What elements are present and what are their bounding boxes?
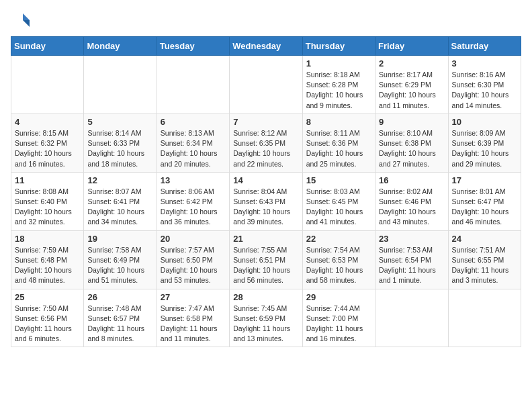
day-number: 17 [452,175,517,185]
day-number: 19 [87,234,152,244]
calendar-cell: 22Sunrise: 7:54 AM Sunset: 6:53 PM Dayli… [302,230,375,289]
day-info: Sunrise: 8:06 AM Sunset: 6:42 PM Dayligh… [161,187,226,228]
calendar-cell: 9Sunrise: 8:10 AM Sunset: 6:38 PM Daylig… [375,113,448,172]
day-number: 2 [379,58,444,68]
calendar-cell: 18Sunrise: 7:59 AM Sunset: 6:48 PM Dayli… [11,230,84,289]
day-info: Sunrise: 8:14 AM Sunset: 6:33 PM Dayligh… [87,128,152,169]
day-info: Sunrise: 8:16 AM Sunset: 6:30 PM Dayligh… [452,70,517,111]
calendar-cell: 29Sunrise: 7:44 AM Sunset: 7:00 PM Dayli… [302,289,375,347]
calendar-cell: 14Sunrise: 8:04 AM Sunset: 6:43 PM Dayli… [230,172,302,230]
calendar-cell: 20Sunrise: 7:57 AM Sunset: 6:50 PM Dayli… [157,230,229,289]
day-info: Sunrise: 8:18 AM Sunset: 6:28 PM Dayligh… [306,70,371,111]
day-number: 9 [379,117,444,127]
day-number: 26 [87,292,152,302]
day-info: Sunrise: 7:58 AM Sunset: 6:49 PM Dayligh… [87,245,152,286]
calendar-cell: 3Sunrise: 8:16 AM Sunset: 6:30 PM Daylig… [448,56,521,114]
calendar-cell: 23Sunrise: 7:53 AM Sunset: 6:54 PM Dayli… [375,230,448,289]
day-info: Sunrise: 8:02 AM Sunset: 6:46 PM Dayligh… [379,187,444,228]
day-info: Sunrise: 7:45 AM Sunset: 6:59 PM Dayligh… [233,304,298,345]
day-info: Sunrise: 7:59 AM Sunset: 6:48 PM Dayligh… [15,245,80,286]
day-number: 12 [87,175,152,185]
day-number: 23 [379,234,444,244]
day-number: 3 [452,58,517,68]
day-info: Sunrise: 8:07 AM Sunset: 6:41 PM Dayligh… [87,187,152,228]
day-info: Sunrise: 8:09 AM Sunset: 6:39 PM Dayligh… [452,128,517,169]
day-info: Sunrise: 7:54 AM Sunset: 6:53 PM Dayligh… [306,245,371,286]
day-info: Sunrise: 8:13 AM Sunset: 6:34 PM Dayligh… [161,128,226,169]
calendar-cell [230,56,302,114]
week-row-1: 4Sunrise: 8:15 AM Sunset: 6:32 PM Daylig… [11,113,521,172]
calendar-cell: 28Sunrise: 7:45 AM Sunset: 6:59 PM Dayli… [230,289,302,347]
weekday-header-tuesday: Tuesday [157,37,229,56]
day-number: 27 [161,292,226,302]
day-number: 15 [306,175,371,185]
day-number: 24 [452,234,517,244]
weekday-header-sunday: Sunday [11,37,84,56]
weekday-header-thursday: Thursday [302,37,375,56]
calendar-cell: 19Sunrise: 7:58 AM Sunset: 6:49 PM Dayli… [84,230,157,289]
calendar-cell: 7Sunrise: 8:12 AM Sunset: 6:35 PM Daylig… [230,113,302,172]
weekday-header-wednesday: Wednesday [230,37,302,56]
calendar-cell [157,56,229,114]
calendar-cell: 5Sunrise: 8:14 AM Sunset: 6:33 PM Daylig… [84,113,157,172]
calendar-table: SundayMondayTuesdayWednesdayThursdayFrid… [11,36,521,347]
day-number: 11 [15,175,80,185]
day-info: Sunrise: 8:04 AM Sunset: 6:43 PM Dayligh… [233,187,298,228]
calendar-cell [375,289,448,347]
day-number: 13 [161,175,226,185]
week-row-0: 1Sunrise: 8:18 AM Sunset: 6:28 PM Daylig… [11,56,521,114]
logo-icon [11,11,31,31]
calendar-cell: 17Sunrise: 8:01 AM Sunset: 6:47 PM Dayli… [448,172,521,230]
weekday-header-row: SundayMondayTuesdayWednesdayThursdayFrid… [11,37,521,56]
day-number: 29 [306,292,371,302]
day-info: Sunrise: 7:47 AM Sunset: 6:58 PM Dayligh… [161,304,226,345]
calendar-cell: 4Sunrise: 8:15 AM Sunset: 6:32 PM Daylig… [11,113,84,172]
svg-marker-0 [23,13,30,20]
calendar-cell [11,56,84,114]
day-info: Sunrise: 8:10 AM Sunset: 6:38 PM Dayligh… [379,128,444,169]
day-number: 10 [452,117,517,127]
weekday-header-monday: Monday [84,37,157,56]
day-number: 20 [161,234,226,244]
calendar-cell: 25Sunrise: 7:50 AM Sunset: 6:56 PM Dayli… [11,289,84,347]
day-info: Sunrise: 8:03 AM Sunset: 6:45 PM Dayligh… [306,187,371,228]
logo [11,11,34,31]
day-info: Sunrise: 8:11 AM Sunset: 6:36 PM Dayligh… [306,128,371,169]
day-info: Sunrise: 8:17 AM Sunset: 6:29 PM Dayligh… [379,70,444,111]
day-number: 5 [87,117,152,127]
day-info: Sunrise: 8:12 AM Sunset: 6:35 PM Dayligh… [233,128,298,169]
day-info: Sunrise: 7:55 AM Sunset: 6:51 PM Dayligh… [233,245,298,286]
day-info: Sunrise: 7:51 AM Sunset: 6:55 PM Dayligh… [452,245,517,286]
page-header [11,11,521,31]
calendar-cell: 11Sunrise: 8:08 AM Sunset: 6:40 PM Dayli… [11,172,84,230]
calendar-cell: 1Sunrise: 8:18 AM Sunset: 6:28 PM Daylig… [302,56,375,114]
day-info: Sunrise: 7:50 AM Sunset: 6:56 PM Dayligh… [15,304,80,345]
day-info: Sunrise: 8:15 AM Sunset: 6:32 PM Dayligh… [15,128,80,169]
day-number: 4 [15,117,80,127]
day-number: 22 [306,234,371,244]
day-number: 21 [233,234,298,244]
day-number: 25 [15,292,80,302]
weekday-header-saturday: Saturday [448,37,521,56]
day-number: 14 [233,175,298,185]
day-info: Sunrise: 8:01 AM Sunset: 6:47 PM Dayligh… [452,187,517,228]
weekday-header-friday: Friday [375,37,448,56]
day-number: 7 [233,117,298,127]
calendar-cell [84,56,157,114]
calendar-cell: 24Sunrise: 7:51 AM Sunset: 6:55 PM Dayli… [448,230,521,289]
calendar-cell: 2Sunrise: 8:17 AM Sunset: 6:29 PM Daylig… [375,56,448,114]
day-number: 8 [306,117,371,127]
calendar-cell: 10Sunrise: 8:09 AM Sunset: 6:39 PM Dayli… [448,113,521,172]
calendar-cell: 21Sunrise: 7:55 AM Sunset: 6:51 PM Dayli… [230,230,302,289]
calendar-cell: 8Sunrise: 8:11 AM Sunset: 6:36 PM Daylig… [302,113,375,172]
day-info: Sunrise: 7:44 AM Sunset: 7:00 PM Dayligh… [306,304,371,345]
week-row-3: 18Sunrise: 7:59 AM Sunset: 6:48 PM Dayli… [11,230,521,289]
calendar-cell: 6Sunrise: 8:13 AM Sunset: 6:34 PM Daylig… [157,113,229,172]
day-info: Sunrise: 7:48 AM Sunset: 6:57 PM Dayligh… [87,304,152,345]
day-info: Sunrise: 7:53 AM Sunset: 6:54 PM Dayligh… [379,245,444,286]
calendar-cell: 15Sunrise: 8:03 AM Sunset: 6:45 PM Dayli… [302,172,375,230]
day-info: Sunrise: 7:57 AM Sunset: 6:50 PM Dayligh… [161,245,226,286]
calendar-cell: 12Sunrise: 8:07 AM Sunset: 6:41 PM Dayli… [84,172,157,230]
calendar-cell: 27Sunrise: 7:47 AM Sunset: 6:58 PM Dayli… [157,289,229,347]
calendar-cell [448,289,521,347]
